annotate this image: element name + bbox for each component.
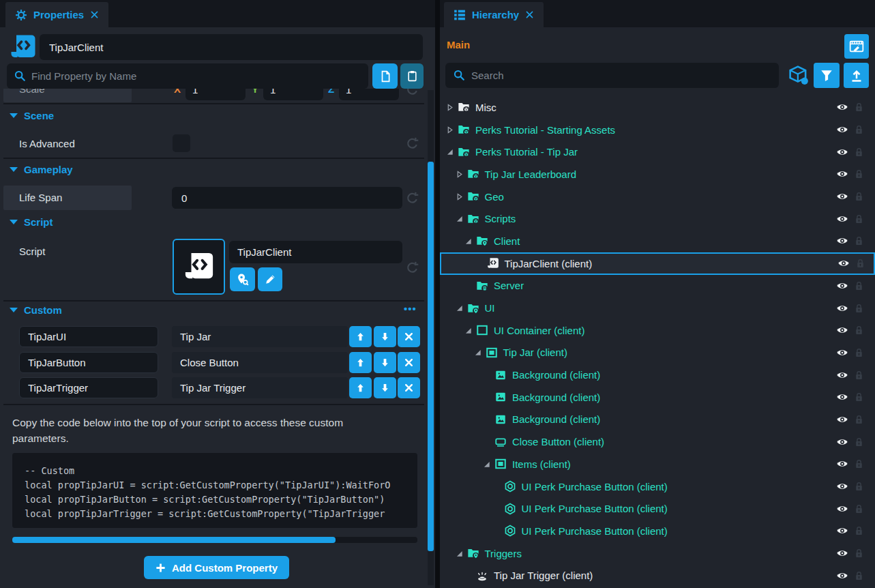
visibility-eye-icon[interactable] <box>836 168 848 180</box>
script-name-field[interactable]: TipJarClient <box>229 241 402 263</box>
tree-row[interactable]: UI <box>440 297 875 319</box>
visibility-eye-icon[interactable] <box>836 146 848 158</box>
lock-icon[interactable] <box>854 570 864 580</box>
import-button[interactable] <box>844 63 869 88</box>
expand-arrow-icon[interactable] <box>455 192 464 201</box>
move-down-button[interactable] <box>374 326 396 347</box>
move-up-button[interactable] <box>349 326 372 347</box>
remove-button[interactable] <box>398 352 420 373</box>
tree-row[interactable]: Background (client) <box>440 364 875 386</box>
collapse-arrow-icon[interactable] <box>464 326 473 335</box>
close-icon[interactable] <box>90 10 99 19</box>
tree-row[interactable]: Tip Jar (client) <box>440 342 875 364</box>
custom-property-value[interactable]: Tip Jar <box>172 326 348 347</box>
lock-icon[interactable] <box>854 370 864 380</box>
lock-icon[interactable] <box>854 526 864 536</box>
custom-menu-button[interactable]: ••• <box>404 303 417 314</box>
section-script[interactable]: Script <box>10 216 53 228</box>
collapse-arrow-icon[interactable] <box>473 348 482 357</box>
visibility-eye-icon[interactable] <box>836 436 848 448</box>
visibility-eye-icon[interactable] <box>836 413 848 426</box>
scale-z-input[interactable] <box>339 89 399 100</box>
tab-hierarchy[interactable]: Hierarchy <box>444 2 544 27</box>
tree-row[interactable]: Items (client) <box>440 453 875 475</box>
reset-script-button[interactable] <box>405 261 419 275</box>
lock-icon[interactable] <box>854 303 864 313</box>
collapse-arrow-icon[interactable] <box>455 549 464 558</box>
lock-icon[interactable] <box>854 102 864 113</box>
visibility-eye-icon[interactable] <box>836 101 848 113</box>
tree-row[interactable]: Perks Tutorial - Starting Assets <box>440 119 875 141</box>
reset-is-advanced-button[interactable] <box>405 136 419 151</box>
expand-arrow-icon[interactable] <box>445 103 454 112</box>
lock-icon[interactable] <box>854 503 864 514</box>
scrollbar-thumb[interactable] <box>428 162 434 551</box>
filter-button[interactable] <box>814 63 840 88</box>
reset-life-span-button[interactable] <box>405 191 419 205</box>
tab-properties[interactable]: Properties <box>5 2 108 27</box>
scale-x-input[interactable] <box>186 89 246 100</box>
object-name-input[interactable] <box>40 34 423 60</box>
visibility-eye-icon[interactable] <box>836 369 848 381</box>
visibility-eye-icon[interactable] <box>836 302 848 314</box>
reset-scale-button[interactable] <box>405 89 419 97</box>
visibility-eye-icon[interactable] <box>836 547 848 559</box>
lock-icon[interactable] <box>854 280 864 291</box>
tree-row[interactable]: Perks Tutorial - Tip Jar <box>440 141 875 163</box>
visibility-eye-icon[interactable] <box>836 324 848 336</box>
network-cube-icon[interactable] <box>788 65 809 85</box>
tree-row[interactable]: Misc <box>440 96 875 119</box>
lock-icon[interactable] <box>854 125 864 135</box>
tree-row[interactable]: UI Perk Purchase Button (client) <box>440 497 875 520</box>
visibility-eye-icon[interactable] <box>836 525 848 537</box>
lock-icon[interactable] <box>854 147 864 157</box>
visibility-eye-icon[interactable] <box>836 190 848 203</box>
lock-icon[interactable] <box>854 236 864 246</box>
scrollbar-thumb[interactable] <box>12 537 336 543</box>
visibility-eye-icon[interactable] <box>836 570 848 582</box>
visibility-eye-icon[interactable] <box>836 235 848 247</box>
remove-button[interactable] <box>398 377 420 398</box>
tree-row[interactable]: UI Perk Purchase Button (client) <box>440 520 875 542</box>
visibility-eye-icon[interactable] <box>836 480 848 493</box>
custom-property-name-input[interactable] <box>19 326 158 347</box>
lock-icon[interactable] <box>854 392 864 402</box>
lock-icon[interactable] <box>854 169 864 179</box>
custom-code-block[interactable]: -- Custom local propTipJarUI = script:Ge… <box>12 453 417 528</box>
lock-icon[interactable] <box>854 325 864 336</box>
tree-row[interactable]: Tip Jar Leaderboard <box>440 163 875 186</box>
is-advanced-checkbox[interactable] <box>173 134 190 152</box>
remove-button[interactable] <box>398 326 420 347</box>
move-up-button[interactable] <box>349 377 372 398</box>
lock-icon[interactable] <box>854 437 864 447</box>
lock-icon[interactable] <box>854 414 864 424</box>
lock-icon[interactable] <box>854 347 864 357</box>
custom-property-value[interactable]: Tip Jar Trigger <box>172 377 348 398</box>
move-up-button[interactable] <box>349 352 372 373</box>
tree-row[interactable]: Background (client) <box>440 386 875 409</box>
lock-icon[interactable] <box>854 548 864 559</box>
tree-row[interactable]: Server <box>440 275 875 297</box>
expand-arrow-icon[interactable] <box>445 126 454 134</box>
edit-script-button[interactable] <box>258 267 282 291</box>
tree-row[interactable]: Client <box>440 230 875 252</box>
visibility-eye-icon[interactable] <box>836 391 848 403</box>
tree-row[interactable]: Geo <box>440 186 875 208</box>
tree-row[interactable]: UI Perk Purchase Button (client) <box>440 475 875 498</box>
tree-row[interactable]: Triggers <box>440 542 875 565</box>
find-script-button[interactable] <box>230 267 255 291</box>
section-scene[interactable]: Scene <box>10 110 54 121</box>
collapse-arrow-icon[interactable] <box>455 304 464 312</box>
close-icon[interactable] <box>525 10 534 19</box>
hierarchy-search-input[interactable] <box>445 63 779 88</box>
scale-y-input[interactable] <box>263 89 323 100</box>
tree-row[interactable]: TipJarClient (client) <box>440 252 875 275</box>
tree-row[interactable]: Close Button (client) <box>440 430 875 453</box>
visibility-eye-icon[interactable] <box>836 280 848 292</box>
visibility-eye-icon[interactable] <box>836 123 848 136</box>
lock-icon[interactable] <box>855 259 865 269</box>
visibility-eye-icon[interactable] <box>836 347 848 359</box>
lock-icon[interactable] <box>854 214 864 224</box>
lock-icon[interactable] <box>854 192 864 202</box>
tree-row[interactable]: Background (client) <box>440 409 875 431</box>
